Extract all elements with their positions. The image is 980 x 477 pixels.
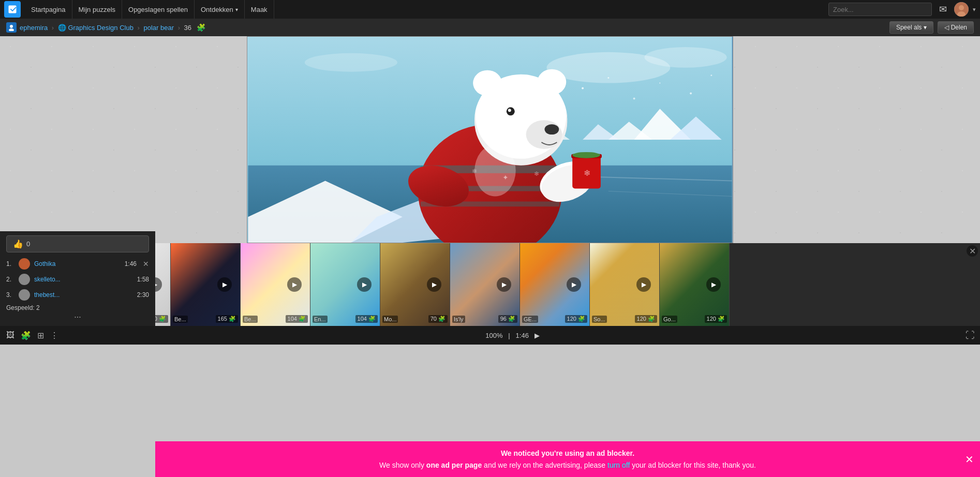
thumb-play-5[interactable]: ▶ <box>497 277 511 292</box>
nav-startpagina[interactable]: Startpagina <box>25 0 72 19</box>
thumb-item-4[interactable]: ▶ Mo... 70 🧩 <box>380 243 450 326</box>
ad-title: We noticed you're using an ad blocker. <box>501 449 634 457</box>
thumb-info-6: GE... 120 🧩 <box>522 315 587 323</box>
svg-point-8 <box>305 53 397 72</box>
user-caret[interactable]: ▾ <box>973 6 976 13</box>
nav-ontdekken[interactable]: Ontdekken ▾ <box>195 0 245 19</box>
svg-point-10 <box>607 77 609 79</box>
thumb-info-2: Be... 104 🧩 <box>243 315 308 323</box>
ontdekken-caret: ▾ <box>235 7 238 12</box>
thumb-item-1[interactable]: ▶ Be... 165 🧩 <box>171 243 241 326</box>
status-bar: 🖼 🧩 ⊞ ⋮ 100% | 1:46 ▶ ⛶ <box>0 326 980 345</box>
svg-text:❄: ❄ <box>584 169 590 177</box>
leader-avatar-2 <box>19 274 30 285</box>
mail-icon[interactable]: ✉ <box>936 3 950 16</box>
user-icon <box>6 22 17 33</box>
nav-opgeslagen[interactable]: Opgeslagen spellen <box>122 0 195 19</box>
puzzle-image[interactable]: ✦ ❄ ✦ ❄ <box>247 36 733 243</box>
thumb-strip: ▶ Be... 165 🧩 ▶ Be... 104 🧩 ▶ En... 104 … <box>171 243 980 326</box>
thumb-item-7[interactable]: ▶ So... 120 🧩 <box>590 243 660 326</box>
grid-icon[interactable]: ⊞ <box>36 330 45 341</box>
thumb-play-7[interactable]: ▶ <box>636 277 651 292</box>
breadcrumb: ephemira › 🌐 Graphics Design Club › pola… <box>20 23 205 32</box>
breadcrumb-puzzle[interactable]: polar bear <box>143 24 174 32</box>
thumb-play-8[interactable]: ▶ <box>706 277 721 292</box>
leader-close-1[interactable]: ✕ <box>143 260 149 268</box>
breadcrumb-actions: Speel als ▾ ◁ Delen <box>889 21 974 34</box>
svg-point-11 <box>633 97 635 99</box>
thumb-item-3[interactable]: ▶ En... 104 🧩 <box>310 243 380 326</box>
svg-point-12 <box>659 83 660 84</box>
breadcrumb-piece-count: 36 <box>184 24 191 32</box>
thumb-info-4: Mo... 70 🧩 <box>382 315 448 323</box>
user-avatar[interactable] <box>954 2 969 17</box>
site-logo[interactable] <box>4 1 21 18</box>
expand-icon[interactable]: ⛶ <box>966 330 975 341</box>
thumb-item-5[interactable]: ▶ Is'ly 96 🧩 <box>450 243 520 326</box>
breadcrumb-home[interactable]: ephemira <box>20 24 48 32</box>
thumb-item-2[interactable]: ▶ Be... 104 🧩 <box>241 243 310 326</box>
thumb-play-3[interactable]: ▶ <box>357 277 372 292</box>
breadcrumb-bar: ephemira › 🌐 Graphics Design Club › pola… <box>0 19 980 36</box>
nav-links: Startpagina Mijn puzzels Opgeslagen spel… <box>25 0 824 19</box>
svg-point-47 <box>572 152 600 158</box>
thumb-item-6[interactable]: ▶ GE... 120 🧩 <box>520 243 590 326</box>
puzzle-icon: 🧩 <box>197 23 205 32</box>
leaderboard: 👍 0 1. Gothika 1:46 ✕ 2. skelleto... 1:5… <box>0 231 155 326</box>
svg-text:❄: ❄ <box>534 170 539 177</box>
svg-point-1 <box>959 5 964 10</box>
thumb-play-2[interactable]: ▶ <box>287 277 302 292</box>
delen-button[interactable]: ◁ Delen <box>938 21 974 34</box>
top-nav: Startpagina Mijn puzzels Opgeslagen spel… <box>0 0 980 19</box>
thumb-info-7: So... 120 🧩 <box>592 315 657 323</box>
played-count: Gespeeld: 2 <box>6 304 149 311</box>
thumb-play-1[interactable]: ▶ <box>217 277 232 292</box>
svg-point-4 <box>9 28 14 31</box>
ad-banner: We noticed you're using an ad blocker. W… <box>155 441 980 477</box>
leader-row-3: 3. thebest... 2:30 <box>6 288 149 302</box>
leader-row-2: 2. skelleto... 1:58 <box>6 272 149 287</box>
ad-close-button[interactable]: ✕ <box>965 454 974 465</box>
svg-point-41 <box>508 109 511 112</box>
thumb-play-4[interactable]: ▶ <box>427 277 441 292</box>
ad-body: We show only one ad per page and we rely… <box>379 461 756 469</box>
thumb-info-8: Go... 120 🧩 <box>662 315 727 323</box>
strip-close[interactable]: ✕ <box>967 245 978 257</box>
like-button[interactable]: 👍 0 <box>6 235 149 252</box>
svg-point-14 <box>710 74 712 76</box>
svg-point-9 <box>582 87 584 90</box>
svg-point-39 <box>544 124 559 135</box>
leader-avatar-1 <box>19 258 30 270</box>
leader-avatar-3 <box>19 289 30 301</box>
main-area: ✦ ❄ ✦ ❄ <box>0 36 980 243</box>
puzzle-piece-icon[interactable]: 🧩 <box>20 330 32 341</box>
leader-more[interactable]: ··· <box>6 312 149 322</box>
breadcrumb-group-icon: 🌐 <box>58 24 66 32</box>
ad-turn-off-link[interactable]: turn off <box>607 461 630 469</box>
thumb-info-3: En... 104 🧩 <box>313 315 378 323</box>
speel-als-button[interactable]: Speel als ▾ <box>889 21 933 34</box>
nav-maak[interactable]: Maak <box>245 0 274 19</box>
leader-row-1: 1. Gothika 1:46 ✕ <box>6 257 149 271</box>
more-icon[interactable]: ⋮ <box>49 330 60 341</box>
thumb-item-8[interactable]: ▶ Go... 120 🧩 <box>660 243 730 326</box>
nav-icons: ✉ ▾ <box>936 2 976 17</box>
svg-point-49 <box>474 145 516 197</box>
svg-point-37 <box>538 69 567 95</box>
svg-point-38 <box>526 120 562 149</box>
svg-point-7 <box>645 47 727 68</box>
thumb-info-5: Is'ly 96 🧩 <box>452 315 517 323</box>
nav-mijn-puzzels[interactable]: Mijn puzzels <box>72 0 123 19</box>
status-progress: 100% | 1:46 ▶ <box>66 332 959 339</box>
status-icons: 🖼 🧩 ⊞ ⋮ <box>5 330 60 341</box>
image-icon[interactable]: 🖼 <box>5 330 16 341</box>
svg-point-13 <box>690 92 692 94</box>
svg-point-3 <box>10 25 13 28</box>
breadcrumb-group[interactable]: Graphics Design Club <box>68 24 133 32</box>
thumb-play-6[interactable]: ▶ <box>567 277 581 292</box>
thumb-info-1: Be... 165 🧩 <box>173 315 238 323</box>
speel-caret: ▾ <box>924 24 927 31</box>
search-input[interactable] <box>828 3 932 16</box>
svg-point-36 <box>473 70 502 96</box>
bottom-strip: ⟳ Gefeliciteerd! Tijd [mm:ss]: 1:46 Aant… <box>0 243 980 326</box>
